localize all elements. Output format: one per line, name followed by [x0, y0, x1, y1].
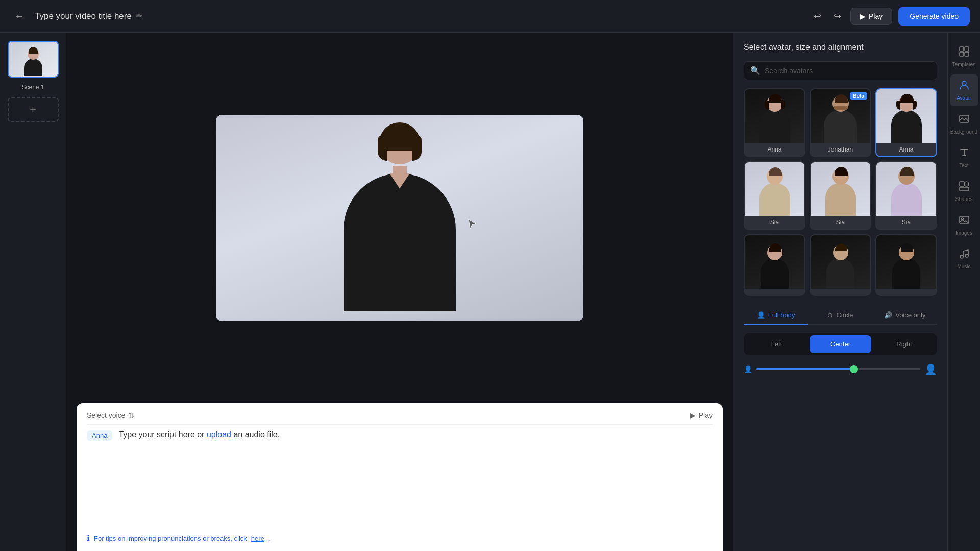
- avatar-card-anna-2-label: Anna: [876, 143, 936, 156]
- sidebar-item-background[interactable]: Background: [950, 108, 978, 140]
- right-sidebar: Templates Avatar Background: [947, 33, 980, 551]
- video-canvas: [216, 115, 583, 321]
- avatar-card-sia-2-label: Sia: [811, 216, 870, 229]
- avatar-grid: Anna Beta Jonathan: [744, 88, 937, 296]
- scene-thumb-inner: [9, 42, 58, 77]
- right-panel: Select avatar, size and alignment 🔍: [733, 33, 947, 551]
- redo-button[interactable]: ↪: [830, 8, 844, 25]
- size-small-icon: 👤: [744, 365, 752, 373]
- templates-icon: [959, 46, 970, 60]
- voice-only-icon: 🔊: [884, 311, 892, 319]
- avatar-search[interactable]: 🔍: [744, 61, 937, 80]
- avatar-card-9-label: [876, 289, 936, 295]
- size-large-icon: 👤: [924, 363, 937, 375]
- avatar-card-anna-2[interactable]: Anna: [875, 88, 937, 157]
- avatar-search-input[interactable]: [765, 67, 930, 75]
- cursor: [466, 218, 478, 233]
- script-panel: Select voice ⇅ ▶ Play Anna Type your scr…: [77, 403, 723, 551]
- center-content: Select voice ⇅ ▶ Play Anna Type your scr…: [66, 33, 733, 551]
- topbar: ← Type your video title here ✏ ↩ ↪ ▶ Pla…: [0, 0, 980, 33]
- svg-point-7: [964, 182, 969, 186]
- svg-point-10: [961, 218, 963, 220]
- avatar-card-7-label: [745, 289, 804, 295]
- text-label: Text: [959, 163, 968, 168]
- video-preview: [66, 33, 733, 403]
- avatar-card-jonathan[interactable]: Beta Jonathan: [810, 88, 871, 157]
- avatar-card-anna-1[interactable]: Anna: [744, 88, 805, 157]
- sidebar-item-text[interactable]: Text: [950, 142, 978, 173]
- back-button[interactable]: ←: [10, 8, 29, 24]
- script-placeholder-end: an audio file.: [231, 430, 280, 439]
- avatar-card-sia-2[interactable]: Sia: [810, 161, 871, 230]
- align-right-button[interactable]: Right: [873, 335, 935, 353]
- music-label: Music: [957, 264, 970, 269]
- avatar-card-sia-1[interactable]: Sia: [744, 161, 805, 230]
- topbar-right: ↩ ↪ ▶ Play Generate video: [811, 7, 970, 26]
- tip-link-end: .: [268, 535, 271, 542]
- align-center-button[interactable]: Center: [810, 335, 871, 353]
- upload-link[interactable]: upload: [207, 430, 231, 439]
- size-tabs: 👤 Full body ⊙ Circle 🔊 Voice only: [744, 306, 937, 325]
- avatar-card-sia-3[interactable]: Sia: [875, 161, 937, 230]
- script-toolbar: Select voice ⇅ ▶ Play: [87, 411, 713, 425]
- images-icon: [959, 214, 970, 228]
- play-icon: ▶: [860, 12, 866, 20]
- shapes-label: Shapes: [955, 196, 973, 202]
- sidebar-item-images[interactable]: Images: [950, 209, 978, 241]
- right-panel-content: Select avatar, size and alignment 🔍: [733, 33, 947, 551]
- add-scene-button[interactable]: +: [8, 97, 59, 122]
- play-button[interactable]: ▶ Play: [850, 8, 892, 25]
- svg-point-11: [960, 255, 963, 258]
- avatar-card-7[interactable]: [744, 234, 805, 296]
- avatar-card-8-label: [811, 289, 870, 295]
- avatar-in-video: [313, 122, 486, 321]
- scene-thumb-1[interactable]: [8, 41, 59, 78]
- circle-icon: ⊙: [827, 311, 833, 319]
- avatar-card-sia-1-label: Sia: [745, 216, 804, 229]
- voice-only-label: Voice only: [895, 311, 925, 319]
- edit-title-icon[interactable]: ✏: [136, 11, 142, 21]
- select-voice-icon: ⇅: [128, 411, 134, 419]
- size-tab-voice-only[interactable]: 🔊 Voice only: [873, 306, 937, 325]
- svg-point-12: [965, 254, 968, 257]
- generate-video-button[interactable]: Generate video: [898, 7, 970, 26]
- svg-rect-3: [965, 52, 969, 56]
- size-slider[interactable]: [756, 368, 920, 370]
- svg-rect-1: [965, 47, 969, 51]
- avatar-sidebar-icon: [959, 80, 970, 93]
- panel-title: Select avatar, size and alignment: [744, 43, 937, 52]
- script-play-label: Play: [699, 411, 713, 419]
- avatar-card-8[interactable]: [810, 234, 871, 296]
- circle-label: Circle: [836, 311, 853, 319]
- undo-button[interactable]: ↩: [811, 8, 824, 25]
- select-voice-label: Select voice: [87, 411, 125, 419]
- music-icon: [959, 248, 970, 262]
- full-body-icon: 👤: [757, 311, 765, 319]
- tip-link[interactable]: here: [251, 535, 264, 542]
- search-icon: 🔍: [750, 66, 761, 76]
- svg-rect-0: [960, 47, 964, 51]
- main-layout: Scene 1 +: [0, 33, 980, 551]
- sidebar-item-shapes[interactable]: Shapes: [950, 176, 978, 207]
- background-icon: [959, 113, 970, 127]
- script-play-button[interactable]: ▶ Play: [690, 411, 713, 419]
- svg-rect-2: [960, 52, 964, 56]
- sidebar-item-music[interactable]: Music: [950, 243, 978, 274]
- align-left-button[interactable]: Left: [746, 335, 807, 353]
- select-voice-button[interactable]: Select voice ⇅: [87, 411, 134, 419]
- sidebar-item-templates[interactable]: Templates: [950, 41, 978, 72]
- script-placeholder-text: Type your script here or: [118, 430, 207, 439]
- avatar-card-anna-1-label: Anna: [745, 143, 804, 156]
- avatar-card-9[interactable]: [875, 234, 937, 296]
- full-body-label: Full body: [768, 311, 795, 319]
- avatar-tag: Anna: [87, 430, 112, 441]
- sidebar-item-avatar[interactable]: Avatar: [950, 74, 978, 106]
- play-label: Play: [869, 12, 883, 20]
- script-textarea[interactable]: Type your script here or upload an audio…: [118, 430, 713, 439]
- shapes-icon: [959, 181, 970, 194]
- topbar-left: ← Type your video title here ✏: [10, 8, 811, 24]
- page-title: Type your video title here: [35, 11, 132, 21]
- size-tab-full-body[interactable]: 👤 Full body: [744, 306, 808, 325]
- avatar-sidebar-label: Avatar: [957, 95, 971, 101]
- size-tab-circle[interactable]: ⊙ Circle: [808, 306, 872, 325]
